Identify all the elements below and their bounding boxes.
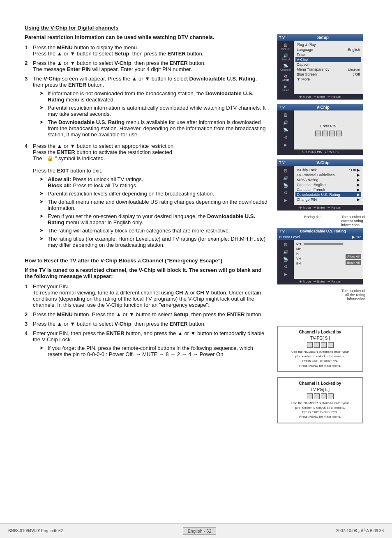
s2-step4-content: Enter your PIN, then press the ENTER but… [33,330,269,359]
section2-intro: If the TV is tuned to a restricted chann… [25,267,269,279]
menu-language: Language: English [295,47,361,52]
humor-level-value: ▶ 1/2 [352,235,361,239]
dl-sidebar-channel: 📡 [278,256,293,262]
step3-bullet2: ➤ Parental restriction information is au… [39,105,269,117]
downloadable-footer: ⊕ Move ↵ Enter ↩ Return [277,279,363,284]
step1: 1 Press the MENU button to display the m… [25,44,269,57]
step4-bullets: ➤ Allow all: Press to unlock all TV rati… [39,176,269,248]
s2-step2-content: Press the MENU button. Press the ▲ or ▼ … [33,311,269,317]
vmenu-picture-icon: 🖼 [278,168,293,173]
dl-MH: MH [295,246,344,251]
step4-bullet4: ➤ Even if you set the on-screen display … [39,213,269,225]
channel-locked-2-rating: TV-PG[ L ] [281,387,359,392]
channel-locked-2-pin-boxes [281,393,359,399]
vmenu-mpaa: MPAA Rating▶ [295,177,361,182]
vmenu-sidebar-setup: ⚙ [278,190,293,196]
setup-panel-header: T V Setup [277,34,363,41]
s2-step4-text: Enter your PIN, then press the ENTER but… [33,330,269,343]
left-column: Parental restriction information can be … [25,34,269,428]
step1-num: 1 [25,44,30,51]
dl-sidebar-setup: ⚙ [278,264,293,270]
s2-step3-text: Press the ▲ or ▼ button to select V-Chip… [33,321,269,327]
channel-locked-1-pin-boxes [281,342,359,348]
pin2-box4 [328,393,334,399]
step4-bullet3-text: The default menu name and downloadable U… [48,199,269,211]
dl-sidebar-input: ▶ [278,271,293,277]
step4-bullet4-text: Even if you set the on-screen display to… [48,213,269,225]
picture-icon: 🖼 [278,43,293,48]
vmenu-lock: V-Chip Lock: On ▶ [295,168,361,172]
arrow-icon6: ➤ [39,199,45,205]
vchip-menu-sidebar: 🖼 🔊 📡 ⚙ ▶ [277,166,294,205]
downloadable-tv-label: T V [279,229,285,233]
step2: 2 Press the ▲ or ▼ button to select V-Ch… [25,60,269,72]
pin-box-3 [329,131,335,136]
dl-footer-enter: ↵ Enter [314,280,325,283]
s2-step1-num: 1 [25,283,30,290]
setup-title: Setup [317,35,329,40]
arrow-icon5: ➤ [39,191,45,196]
s2-step1-content: Enter your PIN. To resume normal viewing… [33,283,269,308]
step3-bullets: ➤ If information is not downloaded from … [39,90,269,138]
menu-transparency: Menu Transparency: Medium [295,67,361,72]
dl-setup-icon: ⚙ [278,264,293,269]
pin-boxes-row [315,131,342,136]
sidebar-sound: 🔊 Sound [278,53,293,62]
setup-sidebar: 🖼 Picture 🔊 Sound 📡 Channel ⚙ [277,41,294,94]
vchip-pin-tv-label: T V [279,105,285,110]
menu-vchip: V-Chip [295,57,361,62]
s2-step1-text2: To resume normal viewing, tune to a diff… [33,290,269,308]
vpin-setup-icon: ⚙ [278,135,293,140]
vmenu-tv-parental: TV Parental Guidelines▶ [295,172,361,177]
step4-bullet1-text: Allow all: Press to unlock all TV rating… [48,176,143,189]
vchip-menu-footer-move: ⊕ Move [299,206,311,209]
arrow-icon8: ➤ [39,228,45,233]
vpin-sidebar-input: ▶ [278,142,293,148]
block-all-button[interactable]: Block All [346,260,361,265]
channel-locked-panel-1: Channel Is Locked by TV-PG[ S ] Use the … [277,326,363,372]
arrow-icon1: ➤ [39,90,45,96]
step4-bullet5-text: The rating will automatically block cert… [48,228,230,234]
vpin-picture-icon: 🖼 [278,113,293,117]
vchip-menu-footer-enter: ↵ Enter [314,206,325,209]
dl-picture-icon: 🖼 [278,242,293,247]
arrow-icon9: ➤ [39,236,45,241]
vchip-pin-panel: T V V-Chip 🖼 🔊 📡 [277,104,363,155]
pin2-box3 [321,393,327,399]
vchip-menu-main: V-Chip Lock: On ▶ TV Parental Guidelines… [294,166,363,205]
step3-bullet1-text: If information is not downloaded from th… [48,90,269,103]
channel-locked-2-instructions: Use the NUMBER buttons to enter your pin… [281,401,359,419]
channel-icon: 📡 [278,64,293,68]
channel-locked-1-instructions: Use the NUMBER buttons to enter your pin… [281,349,359,368]
s2-step1-text1: Enter your PIN. [33,283,269,290]
step1-text1: Press the MENU button to display the men… [33,44,269,51]
step2-text2: The message Enter PIN will appear. Enter… [33,66,269,72]
dl-footer-move: ⊕ Move [299,280,311,283]
step4-bullet2-text: Parental restriction levels differ depen… [48,191,214,197]
vmenu-sidebar-picture: 🖼 [278,168,293,174]
vchip-menu-body: 🖼 🔊 📡 ⚙ ▶ [277,166,363,205]
rating-title-annotation: Rating title [304,215,322,227]
vmenu-sound-icon: 🔊 [278,176,293,180]
vmenu-channel-icon: 📡 [278,183,293,188]
dl-DH-label: DH [296,242,301,246]
downloadable-header: T V Downloadable U.S. Rating [277,228,363,234]
dl-DH: DH [295,241,344,246]
vpin-sound-icon: 🔊 [278,120,293,125]
dl-input-icon: ▶ [278,272,293,276]
vchip-pin-footer-text: 0~9 Enter PIN [302,150,322,154]
setup-tv-label: T V [279,35,285,40]
dl-VH: VH [295,256,344,261]
allow-all-button[interactable]: Allow All [346,254,361,259]
pin1-box4 [328,342,334,348]
input-icon: ▶ [278,84,293,89]
vmenu-sidebar-channel: 📡 [278,182,293,189]
vpin-sidebar-sound: 🔊 [278,120,293,126]
arrow-icon2: ➤ [39,105,45,110]
rating-buttons: Allow All Block All [346,241,361,277]
step4-num: 4 [25,143,30,149]
step4-bullet6: ➤ The rating titles (for example: Humor … [39,236,269,248]
downloadable-panel: T V Downloadable U.S. Rating Humor Level… [277,228,363,285]
s2-step4: 4 Enter your PIN, then press the ENTER b… [25,330,269,359]
page-container: Using the V-Chip for Digital channels Pa… [0,0,392,538]
